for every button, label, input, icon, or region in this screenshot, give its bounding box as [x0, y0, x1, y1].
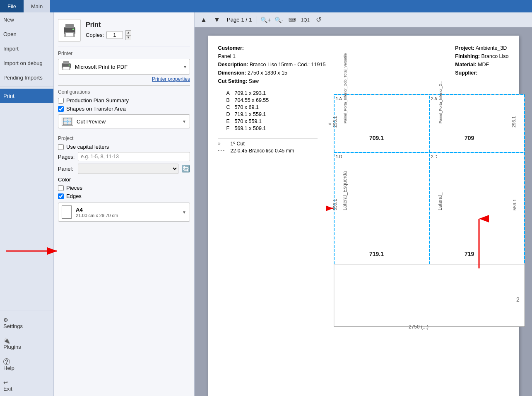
sidebar-help-label: Help: [3, 365, 14, 371]
zoom-level-button[interactable]: 1Q1: [299, 14, 311, 26]
sidebar-item-settings[interactable]: ⚙ Settings: [0, 313, 53, 333]
exit-icon: ↩: [3, 379, 8, 386]
tab-main[interactable]: Main: [24, 0, 50, 12]
svg-text:559.1: 559.1: [332, 199, 337, 210]
capital-letters-checkbox[interactable]: [58, 144, 64, 150]
svg-text:1.A: 1.A: [336, 97, 342, 101]
cut-separator: [218, 138, 318, 138]
toolbar-divider-1: [257, 16, 257, 24]
sidebar-item-label: Print: [3, 93, 14, 99]
panel-select[interactable]: [78, 164, 178, 174]
cut-first-marker: » 1º Cut: [218, 141, 318, 147]
sidebar-item-pending-imports[interactable]: Pending Imports: [0, 70, 53, 85]
finishing-line: Finishing: Branco Liso: [455, 52, 508, 60]
cut-dims-D: 719.1 x 559.1: [235, 111, 266, 117]
sidebar-item-new[interactable]: New: [0, 12, 53, 27]
cut-value: Saw: [249, 78, 259, 84]
cut-letter-F: F: [226, 126, 235, 131]
scroll-up-button[interactable]: ▲: [198, 14, 209, 26]
cut-item-A: A 709.1 x 293.1: [226, 90, 318, 96]
pages-input[interactable]: [78, 152, 190, 161]
shapes-checkbox[interactable]: [58, 106, 64, 112]
project-section-label: Project: [58, 135, 190, 141]
desc-label: Description:: [218, 62, 248, 68]
dimension-line: Dimension: 2750 x 1830 x 15: [218, 69, 326, 77]
svg-point-4: [72, 29, 74, 30]
zoom-in-button[interactable]: 🔍+: [260, 14, 271, 26]
print-title: Print: [86, 21, 131, 29]
sidebar-item-exit[interactable]: ↩ Exit: [0, 375, 53, 396]
cut-list: A 709.1 x 293.1 B 704.55 x 69.55 C 570 x…: [226, 90, 318, 131]
cut-letter-A: A: [226, 90, 235, 96]
proj-value: Ambiente_3D: [476, 45, 507, 51]
printer-select-row[interactable]: Microsoft Print to PDF ▼: [58, 59, 190, 75]
paper-dims-label: 21.00 cm x 29.70 cm: [76, 213, 182, 218]
production-plan-checkbox[interactable]: [58, 98, 64, 104]
cut-letter-C: C: [226, 104, 235, 110]
help-icon: ?: [3, 358, 10, 365]
svg-point-9: [69, 65, 70, 66]
print-title-section: Print Copies: ▲ ▼: [86, 21, 131, 40]
section-divider-1: [58, 85, 190, 86]
printer-properties-link[interactable]: Printer properties: [58, 76, 190, 82]
doc-page: Customer: Panel 1 Description: Branco Li…: [208, 36, 519, 396]
cut-edge-marker: - - - 22-0,45-Branco liso 0.45 mm: [218, 148, 318, 154]
printer-name: Microsoft Print to PDF: [75, 64, 183, 70]
sidebar-item-label: Import on debug: [3, 60, 43, 66]
dim-value: 2750 x 1830 x 15: [248, 70, 287, 76]
page-indicator: Page 1 / 1: [227, 17, 252, 23]
dim-label: Dimension:: [218, 70, 246, 76]
printer-icon-big: [58, 19, 81, 42]
cut-edge-text: 22-0,45-Branco liso 0.45 mm: [231, 148, 294, 154]
sidebar-item-plugins[interactable]: 🔌 Plugins: [0, 333, 53, 354]
svg-text:709.1: 709.1: [369, 135, 384, 141]
tab-file[interactable]: File: [0, 0, 24, 12]
cut-preview-dropdown-arrow[interactable]: ▼: [182, 119, 186, 124]
cut-letter-B: B: [226, 97, 235, 103]
edges-label: Edges: [66, 193, 82, 199]
sidebar-item-import-debug[interactable]: Import on debug: [0, 56, 53, 70]
sidebar-item-help[interactable]: ? Help: [0, 354, 53, 375]
paper-size-row[interactable]: A4 21.00 cm x 29.70 cm ▼: [58, 203, 190, 222]
fit-page-button[interactable]: ⌨: [286, 14, 298, 26]
sidebar-divider-2: [0, 311, 53, 311]
cut-preview-row[interactable]: Cut Preview ▼: [58, 114, 190, 128]
sidebar-item-print[interactable]: Print: [0, 89, 53, 103]
copies-input[interactable]: [106, 31, 123, 39]
printer-dropdown-arrow[interactable]: ▼: [183, 65, 187, 69]
project-line: Project: Ambiente_3D: [455, 44, 508, 52]
svg-text:Lateral_: Lateral_: [437, 192, 443, 210]
page-separator: /: [246, 17, 248, 23]
copies-label: Copies:: [86, 32, 104, 38]
sidebar-item-import[interactable]: Import: [0, 41, 53, 56]
cut-dims-B: 704.55 x 69.55: [235, 97, 269, 103]
paper-dropdown-arrow[interactable]: ▼: [182, 210, 186, 215]
configurations-label: Configurations: [58, 89, 190, 95]
copies-row: Copies: ▲ ▼: [86, 30, 131, 40]
sidebar-item-open[interactable]: Open: [0, 27, 53, 41]
refresh-button[interactable]: 🔄: [182, 165, 190, 173]
pieces-checkbox[interactable]: [58, 185, 64, 191]
config-production-plan-row: Production Plan Summary: [58, 97, 190, 104]
page-current: 1: [241, 17, 244, 23]
preview-area: ▲ ▼ Page 1 / 1 🔍+ 🔍- ⌨ 1Q1 ↺ Customer:: [195, 12, 532, 396]
pieces-label: Pieces: [66, 185, 82, 191]
svg-rect-25: [334, 152, 429, 264]
rotate-button[interactable]: ↺: [313, 14, 324, 26]
zoom-out-button[interactable]: 🔍-: [273, 14, 284, 26]
svg-rect-1: [65, 24, 74, 28]
spin-down-button[interactable]: ▼: [125, 35, 131, 40]
scroll-down-button[interactable]: ▼: [211, 14, 223, 26]
section-divider-2: [58, 132, 190, 132]
spin-up-button[interactable]: ▲: [125, 30, 131, 35]
fin-label: Finishing:: [455, 53, 480, 59]
svg-text:2: 2: [516, 296, 520, 303]
panel-diagram-svg: 1.A Painel_Porta_Inferior_Dob_Total_Vers…: [326, 90, 525, 331]
svg-text:2.D: 2.D: [431, 155, 438, 159]
description-line: Description: Branco Liso 15mm - Cod.: 11…: [218, 60, 326, 69]
cut-dims-F: 569.1 x 509.1: [235, 126, 266, 131]
svg-text:293.1: 293.1: [332, 116, 337, 128]
edges-checkbox[interactable]: [58, 193, 64, 199]
config-shapes-row: Shapes on Transfer Area: [58, 106, 190, 112]
spin-buttons: ▲ ▼: [125, 30, 131, 40]
